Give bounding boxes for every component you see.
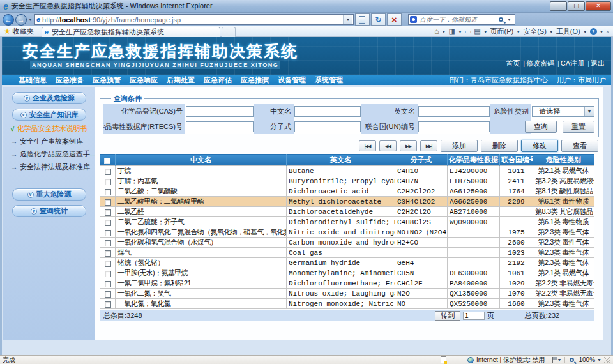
delete-button[interactable]: 删除 — [481, 140, 518, 152]
sidebar-item-accident-cases[interactable]: → 安全生产事故案例库 — [11, 137, 95, 146]
search-input[interactable]: 百度一下，你就知道 ▼ — [408, 14, 515, 25]
row-checkbox[interactable] — [105, 261, 111, 267]
rtecs-input[interactable] — [186, 121, 254, 132]
home-icon[interactable]: ⌂ — [434, 27, 439, 36]
add-button[interactable]: 添加 — [441, 140, 478, 152]
new-tab-button[interactable] — [222, 27, 236, 37]
search-button[interactable]: 查询 — [525, 121, 557, 133]
table-row[interactable]: 二氯乙醛DichloroacetaldehydeC2H2Cl2OAB271000… — [100, 207, 594, 217]
page-number-input[interactable] — [463, 312, 485, 320]
help-dropdown-icon[interactable]: ▼ — [600, 29, 604, 34]
url-input[interactable]: e http://localhost:90/yjzh/frame/homepag… — [34, 14, 354, 25]
stop-button[interactable]: × — [387, 13, 402, 26]
zoom-dropdown-icon[interactable]: ▼ — [597, 358, 602, 362]
table-row[interactable]: 二氯乙酸甲酯；二氯醋酸甲酯Methyl dichloroacetateC3H4C… — [100, 197, 594, 207]
sidebar-item-hazchem-quickref[interactable]: → 危险化学品应急速查手... — [11, 149, 95, 159]
zoom-level-label[interactable]: 100% — [579, 356, 595, 363]
search-magnifier-icon[interactable] — [499, 17, 503, 22]
sidebar-item-safety-laws[interactable]: → 安全法律法规及标准库 — [11, 162, 95, 172]
select-all-checkbox[interactable] — [104, 158, 110, 164]
en-name-input[interactable] — [418, 106, 490, 117]
history-dropdown-icon[interactable]: ▼ — [28, 17, 33, 22]
nav-emergency-drill[interactable]: 应急推演 — [241, 75, 269, 85]
table-row[interactable]: 一氧化氮和四氧化二氮混合物（氮氧化物，硝基气，氧化氮气体）Nitric oxid… — [100, 227, 594, 238]
security-flag-icon[interactable] — [552, 357, 557, 363]
sidebar-section-enterprise[interactable]: ∨ 企业及危险源 — [12, 92, 86, 104]
safety-menu[interactable]: 安全(S) — [523, 27, 547, 36]
reset-button[interactable]: 重置 — [563, 121, 594, 133]
maximize-button[interactable]: ▢ — [568, 1, 585, 11]
table-row[interactable]: 二氯乙酸；二氯醋酸Dichloroacetic acidC2H2Cl2O2AG6… — [100, 186, 594, 197]
nav-emergency-warning[interactable]: 应急预警 — [93, 75, 121, 85]
view-button[interactable]: 查看 — [561, 140, 598, 152]
nav-basic-info[interactable]: 基础信息 — [19, 75, 47, 85]
sidebar-section-major-hazard[interactable]: ∨ 重大危险源 — [12, 188, 86, 201]
row-checkbox[interactable] — [105, 281, 111, 287]
table-row[interactable]: 煤气Coal gas1023第2.3类 毒性气体 — [100, 248, 594, 258]
page-menu[interactable]: 页面(P) — [490, 27, 514, 36]
minimize-button[interactable]: — — [550, 1, 567, 11]
print-dropdown-icon[interactable]: ▼ — [483, 29, 488, 34]
help-icon[interactable]: ? — [590, 28, 597, 35]
print-icon[interactable]: ▤ — [474, 27, 480, 36]
safety-menu-dropdown-icon[interactable]: ▼ — [549, 29, 554, 34]
table-row[interactable]: 锗烷（氢化锗）Germanium hydrideGeH42192第2.3类 毒性… — [100, 258, 594, 268]
zoom-magnifier-icon[interactable] — [570, 358, 574, 362]
table-row[interactable]: 一氟二氯甲烷；氟利昂21Dichlorofluoromethane; Freon… — [100, 278, 594, 289]
nav-equipment-mgmt[interactable]: 设备管理 — [278, 75, 306, 85]
row-checkbox[interactable] — [105, 169, 111, 175]
last-page-button[interactable]: ▶▶| — [420, 140, 437, 151]
forward-button[interactable]: → — [15, 14, 27, 26]
next-page-button[interactable]: ▶▶ — [400, 140, 417, 151]
modify-button[interactable]: 修改 — [521, 140, 558, 152]
page-alert-icon[interactable] — [441, 356, 446, 363]
link-ca-register[interactable]: CA注册 — [554, 59, 584, 68]
link-home[interactable]: 首页 — [506, 59, 520, 68]
nav-emergency-prepare[interactable]: 应急准备 — [56, 75, 84, 85]
prev-page-button[interactable]: ◀◀ — [379, 140, 397, 151]
table-row[interactable]: 一氧化氮；氧化氮Nitrogen monoxide; Nitric oxideN… — [100, 299, 594, 309]
link-change-password[interactable]: 修改密码 — [520, 59, 554, 68]
formula-input[interactable] — [294, 121, 361, 132]
row-checkbox[interactable] — [105, 301, 111, 308]
tools-menu[interactable]: 工具(O) — [556, 27, 580, 36]
page-menu-dropdown-icon[interactable]: ▼ — [516, 29, 520, 34]
url-dropdown-icon[interactable]: ▼ — [343, 15, 352, 24]
row-checkbox[interactable] — [105, 271, 111, 277]
un-number-input[interactable] — [418, 121, 490, 132]
feeds-dropdown-icon[interactable]: ▼ — [458, 29, 462, 34]
cas-input[interactable] — [186, 106, 254, 117]
favorites-label[interactable]: 收藏夹 — [13, 27, 34, 36]
nav-emergency-evaluate[interactable]: 应急评估 — [204, 75, 232, 85]
close-button[interactable]: ✕ — [586, 1, 611, 11]
row-checkbox[interactable] — [105, 199, 111, 206]
resize-grip[interactable] — [604, 357, 610, 363]
row-checkbox[interactable] — [105, 240, 111, 246]
row-checkbox[interactable] — [105, 209, 111, 216]
mail-icon[interactable]: ▭ — [465, 27, 471, 36]
row-checkbox[interactable] — [105, 230, 111, 236]
nav-system-mgmt[interactable]: 系统管理 — [315, 75, 343, 85]
link-logout[interactable]: 退出 — [584, 59, 605, 68]
nav-post-disposal[interactable]: 后期处置 — [167, 75, 195, 85]
first-page-button[interactable]: |◀◀ — [359, 140, 376, 151]
table-row[interactable]: 二氯二乙硫醚；芥子气Dichlorodiethyl sulfide; Musta… — [100, 217, 594, 227]
home-dropdown-icon[interactable]: ▼ — [442, 29, 446, 34]
row-checkbox[interactable] — [105, 179, 111, 185]
table-row[interactable]: 一氧化碳和氢气混合物（水煤气）Carbon monoxide and hydro… — [100, 238, 594, 248]
compatibility-view-button[interactable] — [355, 13, 370, 26]
sidebar-section-query-stats[interactable]: ∨ 查询统计 — [12, 205, 86, 217]
row-checkbox[interactable] — [105, 220, 111, 226]
sidebar-item-chemical-msds[interactable]: √ 化学品安全技术说明书 — [11, 124, 95, 133]
flag-dropdown-icon[interactable]: ▼ — [557, 358, 562, 362]
overflow-chevron-icon[interactable]: » — [607, 29, 609, 34]
search-dropdown-icon[interactable]: ▼ — [507, 17, 511, 22]
feeds-icon[interactable]: ◨ — [448, 27, 455, 36]
table-row[interactable]: 一甲胺(无水)；氨基甲烷Monomethylamine; Aminomethan… — [100, 268, 594, 278]
row-checkbox[interactable] — [105, 189, 111, 195]
table-row[interactable]: 丁烷ButaneC4H10EJ42000001011第2.1类 易燃气体 — [100, 166, 594, 176]
favorites-star-icon[interactable]: ★ — [4, 27, 11, 36]
refresh-button[interactable]: ↻ — [371, 13, 386, 26]
tools-menu-dropdown-icon[interactable]: ▼ — [583, 29, 587, 34]
table-row[interactable]: 一氧化二氮；笑气Nitrous oxide; Laughing gasN2OQX… — [100, 289, 594, 299]
